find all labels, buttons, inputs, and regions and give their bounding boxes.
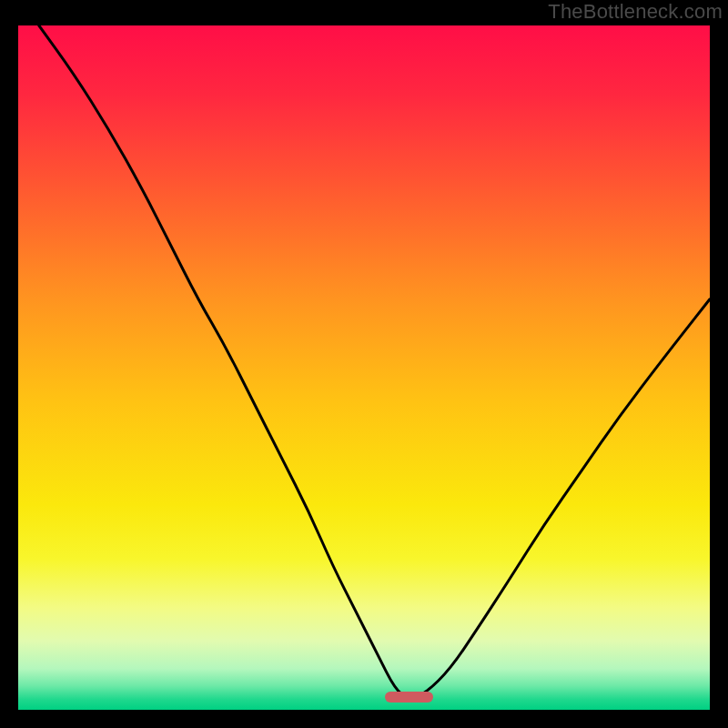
bottleneck-curve-svg — [18, 25, 710, 710]
chart-root: TheBottleneck.com — [0, 0, 728, 728]
optimal-marker — [385, 692, 433, 703]
watermark-text: TheBottleneck.com — [548, 0, 723, 24]
plot-area — [18, 25, 710, 710]
bottleneck-curve-path — [39, 25, 710, 697]
